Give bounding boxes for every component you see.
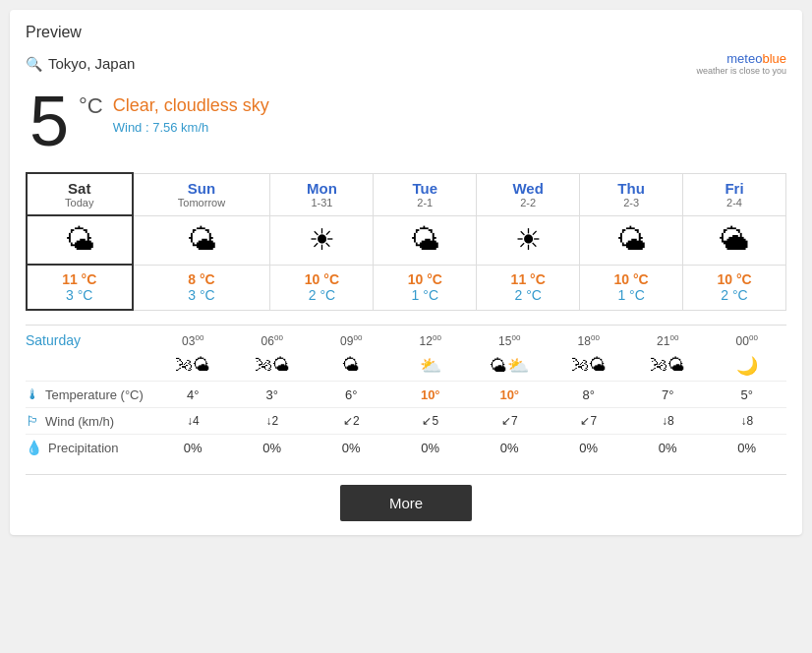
forecast-day-fri: Fri 2-4: [683, 173, 786, 215]
wind-val-06: ↓2: [233, 414, 313, 428]
day-sub-sun: Tomorrow: [136, 197, 268, 208]
wind-val-15: ↙7: [470, 414, 550, 428]
temp-high-thu: 10 °C: [582, 271, 680, 287]
forecast-temp-sat: 11 °C 3 °C: [27, 265, 133, 310]
hour-col-06: 0600: [233, 331, 313, 349]
location: 🔍 Tokyo, Japan: [26, 55, 135, 72]
forecast-day-tue: Tue 2-1: [374, 173, 477, 215]
weather-description: Clear, cloudless sky: [113, 95, 269, 116]
wind-row: 🏳 Wind (km/h) ↓4 ↓2 ↙2 ↙5 ↙7 ↙7 ↓8 ↓8: [26, 407, 786, 434]
hourly-header: Saturday 0300 0600 0900 1200 1500 1800 2…: [26, 325, 786, 349]
temp-high-wed: 11 °C: [479, 271, 577, 287]
hourly-times: 0300 0600 0900 1200 1500 1800 2100 0000: [153, 331, 786, 349]
precip-val-15: 0%: [470, 441, 550, 455]
wind-val-21: ↓8: [628, 414, 708, 428]
hourly-weather-icons: 🌬🌤 🌬🌤 🌤 ⛅ 🌤⛅ 🌬🌤 🌬🌤 🌙: [153, 355, 786, 377]
forecast-day-mon: Mon 1-31: [270, 173, 374, 215]
hour-col-15: 1500: [470, 331, 550, 349]
temp-label: Temperature (°C): [45, 387, 144, 402]
temp-high-fri: 10 °C: [685, 271, 783, 287]
day-name-wed: Wed: [479, 180, 577, 197]
hour-time-21: 2100: [657, 334, 678, 348]
weather-widget: Preview 🔍 Tokyo, Japan meteoblue weather…: [10, 10, 802, 535]
weather-icon-wed: ☀: [479, 222, 577, 258]
precip-row: 💧 Precipitation 0% 0% 0% 0% 0% 0% 0% 0%: [26, 434, 786, 460]
hour-time-18: 1800: [578, 334, 600, 348]
current-temperature: 5: [29, 86, 69, 156]
precip-val-03: 0%: [153, 441, 233, 455]
hour-col-12: 1200: [391, 331, 471, 349]
wind-values: ↓4 ↓2 ↙2 ↙5 ↙7 ↙7 ↓8 ↓8: [153, 414, 786, 428]
weather-icon-thu: 🌤: [582, 222, 680, 258]
temp-val-21: 7°: [628, 387, 708, 402]
header-row: 🔍 Tokyo, Japan meteoblue weather is clos…: [26, 51, 786, 76]
wind-val-09: ↙2: [312, 414, 391, 428]
hour-time-03: 0300: [182, 334, 203, 348]
forecast-day-sun: Sun Tomorrow: [133, 173, 270, 215]
rain-icon: 💧: [26, 440, 42, 455]
hour-col-18: 1800: [550, 331, 629, 349]
precip-values: 0% 0% 0% 0% 0% 0% 0% 0%: [153, 441, 786, 455]
weather-icon-sat: 🌤: [29, 222, 130, 258]
wind-val-12: ↙5: [391, 414, 471, 428]
temp-low-tue: 1 °C: [376, 287, 474, 303]
temp-val-15: 10°: [470, 387, 550, 402]
day-name-sat: Sat: [29, 180, 130, 197]
brand-name-blue: meteo: [726, 51, 762, 66]
forecast-temp-wed: 11 °C 2 °C: [477, 265, 580, 310]
brand-tagline: weather is close to you: [696, 66, 786, 76]
hourly-icon-12: ⛅: [391, 355, 471, 377]
temp-low-sat: 3 °C: [29, 287, 130, 303]
wind-label-area: 🏳 Wind (km/h): [26, 413, 153, 429]
brand-name-orange: blue: [762, 51, 786, 66]
day-name-sun: Sun: [136, 180, 268, 197]
hourly-icon-18: 🌬🌤: [550, 355, 629, 377]
hour-col-00: 0000: [708, 331, 787, 349]
forecast-icon-sun: 🌤: [133, 215, 270, 265]
temp-low-thu: 1 °C: [582, 287, 680, 303]
forecast-temp-fri: 10 °C 2 °C: [683, 265, 786, 310]
weather-icon-sun: 🌤: [136, 222, 268, 258]
more-button[interactable]: More: [340, 485, 472, 521]
wind-val-03: ↓4: [153, 414, 233, 428]
day-date-fri: 2-4: [685, 197, 783, 208]
temp-low-wed: 2 °C: [479, 287, 577, 303]
forecast-temp-thu: 10 °C 1 °C: [580, 265, 683, 310]
forecast-icon-tue: 🌤: [374, 215, 477, 265]
temp-val-12: 10°: [391, 387, 471, 402]
forecast-temp-mon: 10 °C 2 °C: [270, 265, 374, 310]
hourly-icon-03: 🌬🌤: [153, 355, 233, 377]
temperature-row: 🌡 Temperature (°C) 4° 3° 6° 10° 10° 8° 7…: [26, 381, 786, 407]
more-button-row: More: [26, 474, 786, 521]
hour-col-03: 0300: [153, 331, 233, 349]
temp-val-00: 5°: [708, 387, 787, 402]
hour-time-15: 1500: [498, 334, 520, 348]
forecast-icon-thu: 🌤: [580, 215, 683, 265]
hour-col-09: 0900: [312, 331, 391, 349]
forecast-day-sat: Sat Today: [27, 173, 133, 215]
precip-val-21: 0%: [628, 441, 708, 455]
precip-label: Precipitation: [48, 441, 119, 455]
wind-val-18: ↙7: [550, 414, 629, 428]
day-name-fri: Fri: [685, 180, 783, 197]
hour-col-21: 2100: [628, 331, 708, 349]
temp-high-tue: 10 °C: [376, 271, 474, 287]
wind-val-00: ↓8: [708, 414, 787, 428]
wind-label: Wind (km/h): [45, 414, 114, 429]
forecast-icon-mon: ☀: [270, 215, 374, 265]
forecast-icon-sat: 🌤: [27, 215, 133, 265]
day-date-mon: 1-31: [272, 197, 371, 208]
day-date-thu: 2-3: [582, 197, 680, 208]
weather-icon-fri: 🌥: [685, 222, 783, 258]
forecast-day-thu: Thu 2-3: [580, 173, 683, 215]
precip-val-18: 0%: [550, 441, 629, 455]
weather-icon-mon: ☀: [272, 222, 371, 258]
forecast-day-names-row: Sat Today Sun Tomorrow Mon 1-31 Tue 2-1 …: [27, 173, 786, 215]
temp-val-09: 6°: [312, 387, 391, 402]
hourly-icon-06: 🌬🌤: [233, 355, 313, 377]
temp-high-mon: 10 °C: [272, 271, 371, 287]
forecast-day-wed: Wed 2-2: [477, 173, 580, 215]
temp-low-sun: 3 °C: [136, 287, 268, 303]
hour-time-12: 1200: [420, 334, 441, 348]
precip-val-00: 0%: [708, 441, 787, 455]
